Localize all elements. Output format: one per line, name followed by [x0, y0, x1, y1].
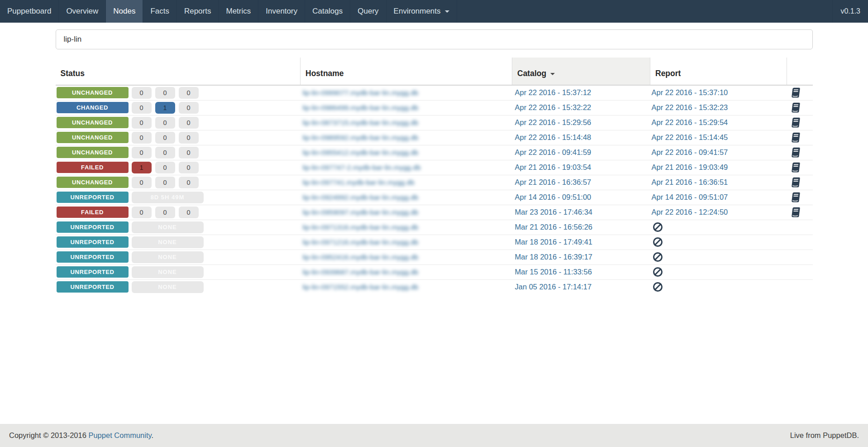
report-book-icon[interactable] [791, 147, 800, 159]
table-row: UNCHANGED000 lip-lin-0999077.mydb-bar-li… [56, 85, 813, 100]
status-badge: UNCHANGED [57, 132, 129, 143]
report-timestamp-link[interactable]: Apr 21 2016 - 16:36:51 [652, 178, 728, 186]
hostname-link[interactable]: lip-lin-0971316.mydb-bar-lin.mygg.db [303, 223, 419, 231]
catalog-timestamp-link[interactable]: Apr 21 2016 - 16:36:57 [515, 178, 591, 186]
hostname-link[interactable]: lip-lin-0924992.mydb-bar-lin.mygg.db [303, 193, 419, 202]
report-book-icon[interactable] [791, 162, 800, 173]
catalog-timestamp-link[interactable]: Apr 22 2016 - 15:37:12 [515, 88, 591, 96]
status-cell: CHANGED010 [56, 100, 300, 115]
hostname-cell: lip-lin-097741.mydb-bar-lin.mygg.db [300, 175, 512, 190]
catalog-timestamp-link[interactable]: Apr 14 2016 - 09:51:00 [515, 193, 591, 201]
catalog-cell: Mar 23 2016 - 17:46:34 [512, 205, 650, 220]
catalog-timestamp-link[interactable]: Mar 23 2016 - 17:46:34 [515, 208, 593, 216]
report-icon-cell [787, 264, 813, 279]
catalog-timestamp-link[interactable]: Apr 22 2016 - 15:14:48 [515, 133, 591, 141]
hostname-link[interactable]: lip-lin-0989592.mydb-bar-lin.mygg.db [303, 134, 419, 142]
column-header-hostname[interactable]: Hostname [300, 58, 512, 85]
hostname-link[interactable]: lip-lin-0955412.mydb-bar-lin.mygg.db [303, 149, 419, 157]
report-book-icon[interactable] [791, 87, 800, 99]
report-book-icon[interactable] [791, 117, 800, 129]
catalog-timestamp-link[interactable]: Apr 22 2016 - 15:29:56 [515, 118, 591, 126]
report-timestamp-link[interactable]: Apr 21 2016 - 19:03:49 [652, 163, 728, 171]
count-box-default: 0 [155, 132, 175, 144]
report-book-icon[interactable] [791, 192, 800, 203]
hostname-link[interactable]: lip-lin-0873715.mydb-bar-lin.mygg.db [303, 119, 419, 127]
catalog-timestamp-link[interactable]: Mar 15 2016 - 11:33:56 [515, 268, 592, 276]
report-book-icon[interactable] [791, 177, 800, 188]
status-counts: NONE [132, 266, 207, 278]
status-cell: FAILED000 [56, 205, 300, 220]
nav-item-environments[interactable]: Environments [386, 0, 457, 23]
report-cell: Apr 21 2016 - 16:36:51 [650, 175, 787, 190]
report-cell: Apr 22 2016 - 15:29:54 [650, 115, 787, 130]
nav-item-label: Nodes [113, 7, 135, 16]
table-row: UNCHANGED000 lip-lin-0873715.mydb-bar-li… [56, 115, 813, 130]
catalog-timestamp-link[interactable]: Apr 21 2016 - 19:03:54 [515, 163, 591, 171]
report-timestamp-link[interactable]: Apr 22 2016 - 09:41:57 [652, 148, 728, 156]
report-timestamp-link[interactable]: Apr 14 2016 - 09:51:07 [652, 193, 728, 201]
status-badge: UNREPORTED [57, 281, 129, 293]
count-box-default: 0 [179, 177, 199, 188]
hostname-link[interactable]: lip-lin-0986499.mydb-bar-lin.mygg.db [303, 104, 419, 112]
hostname-link[interactable]: lip-lin-0959097.mydb-bar-lin.mygg.db [303, 208, 419, 216]
status-badge: FAILED [57, 162, 129, 173]
column-header-status[interactable]: Status [56, 58, 300, 85]
column-header-catalog[interactable]: Catalog [512, 58, 650, 85]
puppet-community-link[interactable]: Puppet Community [88, 431, 151, 439]
column-header-report-icon [787, 58, 813, 85]
hostname-link[interactable]: lip-lin-0939687.mydb-bar-lin.mygg.db [303, 268, 419, 276]
status-counts: NONE [132, 236, 207, 248]
hostname-link[interactable]: lip-lin-0971216.mydb-bar-lin.mygg.db [303, 238, 419, 246]
nav-item-reports[interactable]: Reports [177, 0, 219, 23]
nav-item-nodes[interactable]: Nodes [106, 0, 143, 23]
hostname-link[interactable]: lip-lin-097741.mydb-bar-lin.mygg.db [303, 178, 415, 187]
report-icon-cell [787, 100, 813, 115]
table-body: UNCHANGED000 lip-lin-0999077.mydb-bar-li… [56, 85, 813, 294]
status-counts: 010 [132, 102, 202, 114]
nav-item-query[interactable]: Query [350, 0, 386, 23]
catalog-timestamp-link[interactable]: Apr 22 2016 - 15:32:22 [515, 103, 591, 111]
hostname-cell: lip-lin-0971552.mydb-bar-lin.mygg.db [300, 279, 512, 294]
nav-item-overview[interactable]: Overview [59, 0, 106, 23]
report-cell: Apr 22 2016 - 09:41:57 [650, 145, 787, 160]
count-box-default: 0 [179, 117, 199, 129]
nav-item-metrics[interactable]: Metrics [219, 0, 258, 23]
report-icon-cell [787, 160, 813, 175]
hostname-link[interactable]: lip-lin-097747-2.mydb-bar-lin.mygg.db [303, 163, 421, 172]
status-counts: 000 [132, 147, 202, 159]
table-row: UNREPORTED8D 5H 49M lip-lin-0924992.mydb… [56, 190, 813, 205]
count-box-default: 0 [132, 102, 152, 114]
report-book-icon[interactable] [791, 102, 800, 114]
catalog-timestamp-link[interactable]: Jan 05 2016 - 17:14:17 [515, 283, 592, 291]
hostname-link[interactable]: lip-lin-0999077.mydb-bar-lin.mygg.db [303, 89, 419, 97]
status-badge: UNREPORTED [57, 266, 129, 278]
report-book-icon[interactable] [791, 207, 800, 218]
report-timestamp-link[interactable]: Apr 22 2016 - 15:37:10 [652, 88, 728, 96]
status-counts: 000 [132, 177, 202, 188]
status-cell: UNCHANGED000 [56, 175, 300, 190]
nav-item-puppetboard[interactable]: Puppetboard [0, 0, 59, 23]
report-timestamp-link[interactable]: Apr 22 2016 - 15:14:45 [652, 133, 728, 141]
catalog-timestamp-link[interactable]: Apr 22 2016 - 09:41:59 [515, 148, 591, 156]
count-box-default: 0 [132, 177, 152, 188]
report-book-icon[interactable] [791, 132, 800, 144]
catalog-timestamp-link[interactable]: Mar 21 2016 - 16:56:26 [515, 223, 593, 231]
report-timestamp-link[interactable]: Apr 22 2016 - 15:32:23 [652, 103, 728, 111]
nav-item-facts[interactable]: Facts [143, 0, 177, 23]
status-counts: 000 [132, 207, 202, 218]
report-cell: Apr 22 2016 - 15:32:23 [650, 100, 787, 115]
hostname-link[interactable]: lip-lin-0971552.mydb-bar-lin.mygg.db [303, 283, 419, 291]
column-header-report[interactable]: Report [650, 58, 787, 85]
hostname-cell: lip-lin-0952416.mydb-bar-lin.mygg.db [300, 250, 512, 264]
node-search-input[interactable] [56, 29, 813, 49]
report-timestamp-link[interactable]: Apr 22 2016 - 15:29:54 [652, 118, 728, 126]
report-timestamp-link[interactable]: Apr 22 2016 - 12:24:50 [652, 208, 728, 216]
status-counts: NONE [132, 221, 207, 233]
nav-item-catalogs[interactable]: Catalogs [305, 0, 350, 23]
report-icon-cell [787, 115, 813, 130]
catalog-timestamp-link[interactable]: Mar 18 2016 - 16:39:17 [515, 253, 593, 261]
nav-item-inventory[interactable]: Inventory [258, 0, 305, 23]
hostname-link[interactable]: lip-lin-0952416.mydb-bar-lin.mygg.db [303, 253, 419, 261]
status-cell: UNREPORTEDNONE [56, 250, 300, 264]
catalog-timestamp-link[interactable]: Mar 18 2016 - 17:49:41 [515, 238, 593, 246]
